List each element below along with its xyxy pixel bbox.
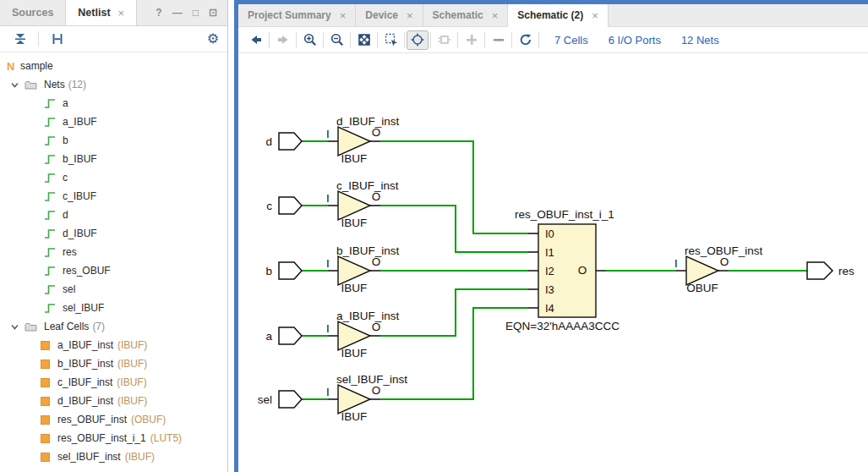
tab-sources[interactable]: Sources — [0, 0, 66, 25]
buffer-d_IBUF_inst[interactable] — [338, 127, 370, 156]
tab-schematic-2-[interactable]: Schematic (2)× — [508, 4, 609, 27]
tree-item-net[interactable]: sel — [0, 280, 227, 299]
cell-type-label: (IBUF) — [117, 395, 147, 407]
io-ports-count-link[interactable]: 6 I/O Ports — [609, 34, 661, 47]
tab-project-summary[interactable]: Project Summary× — [238, 4, 356, 26]
net-icon — [44, 97, 56, 109]
net-icon — [44, 209, 56, 221]
chevron-down-icon[interactable] — [10, 322, 19, 332]
toolbar-separator — [350, 32, 351, 48]
input-port-d[interactable] — [279, 133, 302, 150]
tab-schematic[interactable]: Schematic× — [423, 4, 509, 26]
tree-item-net[interactable]: b — [0, 131, 227, 150]
tree-item-cell[interactable]: sel_IBUF_inst(IBUF) — [0, 447, 227, 466]
tree-item-net[interactable]: c_IBUF — [0, 187, 227, 206]
close-icon[interactable]: × — [592, 9, 598, 22]
settings-gear-icon[interactable]: ⚙ — [207, 32, 219, 46]
tree-group-count: (12) — [68, 79, 86, 91]
regenerate-icon[interactable] — [514, 30, 537, 50]
close-icon[interactable]: × — [407, 9, 413, 22]
netlist-toolbar: ⚙ — [0, 26, 227, 52]
cells-count-link[interactable]: 7 Cells — [554, 34, 588, 47]
netlist-panel: Sources Netlist × ? — □ ⊡ ⚙ NsampleNets — [0, 0, 228, 472]
maximize-icon[interactable]: ⊡ — [209, 7, 217, 19]
zoom-out-icon[interactable] — [325, 30, 348, 50]
tree-item-cell[interactable]: b_IBUF_inst(IBUF) — [0, 354, 227, 373]
toolbar-separator — [484, 32, 485, 48]
tree-item-label: d_IBUF_inst — [57, 395, 113, 407]
tree-item-cell[interactable]: res_OBUF_inst(OBUF) — [0, 410, 227, 429]
forward-arrow-icon[interactable] — [271, 30, 294, 50]
lut-input-pin-label: I2 — [545, 265, 554, 277]
tree-item-net[interactable]: sel_IBUF — [0, 299, 227, 317]
autofit-selection-icon[interactable] — [407, 30, 429, 50]
add-icon[interactable] — [460, 30, 483, 50]
tree-item-cell[interactable]: a_IBUF_inst(IBUF) — [0, 336, 227, 354]
tree-item-net[interactable]: a — [0, 94, 227, 113]
net-icon — [44, 265, 56, 277]
zoom-selection-icon[interactable] — [379, 30, 402, 50]
tree-item-net[interactable]: d_IBUF — [0, 224, 227, 243]
cell-icon — [41, 453, 50, 462]
back-arrow-icon[interactable] — [244, 30, 267, 50]
tree-item-label: c_IBUF_inst — [57, 376, 112, 388]
buffer-name-label: d_IBUF_inst — [336, 115, 400, 128]
help-icon[interactable]: ? — [156, 7, 161, 19]
close-icon[interactable]: × — [118, 7, 125, 19]
remove-icon[interactable] — [487, 30, 510, 50]
buffer-output-pin-label: O — [372, 255, 381, 268]
chevron-down-icon[interactable] — [10, 80, 19, 90]
tree-item-label: a_IBUF — [63, 116, 97, 128]
net-wire — [380, 141, 528, 233]
tab-device[interactable]: Device× — [356, 4, 423, 26]
output-port-res[interactable] — [807, 262, 833, 279]
tree-item-label: sel_IBUF — [63, 302, 104, 314]
tree-item-net[interactable]: b_IBUF — [0, 150, 227, 168]
tree-item-label: res_OBUF — [63, 265, 111, 277]
port-label-b: b — [265, 265, 272, 277]
tree-item-net[interactable]: res_OBUF — [0, 261, 227, 280]
collapse-all-icon[interactable] — [8, 29, 31, 49]
scroll-to-selected-icon[interactable] — [46, 29, 68, 49]
close-icon[interactable]: × — [492, 9, 499, 22]
tree-group-label: Nets — [44, 79, 65, 91]
tree-item-label: b_IBUF — [63, 153, 97, 165]
zoom-in-icon[interactable] — [298, 30, 321, 50]
input-port-sel[interactable] — [279, 391, 302, 408]
tree-item-cell[interactable]: res_OBUF_inst_i_1(LUT5) — [0, 429, 227, 447]
tree-group-nets[interactable]: Nets(12) — [0, 75, 227, 94]
tree-item-net[interactable]: res — [0, 243, 227, 261]
cell-icon — [41, 359, 50, 369]
buffer-b_IBUF_inst[interactable] — [338, 256, 370, 285]
zoom-fit-icon[interactable] — [352, 30, 375, 50]
float-icon[interactable]: □ — [193, 7, 199, 19]
input-port-a[interactable] — [279, 327, 302, 344]
buffer-sel_IBUF_inst[interactable] — [338, 385, 370, 414]
port-label-res: res — [838, 265, 854, 277]
lut-output-pin-label: O — [578, 264, 587, 277]
tree-item-cell[interactable]: d_IBUF_inst(IBUF) — [0, 392, 227, 410]
cell-type-label: (IBUF) — [117, 376, 146, 388]
minimize-icon[interactable]: — — [172, 7, 183, 19]
tab-label: Schematic (2) — [517, 9, 583, 21]
tree-item-net[interactable]: a_IBUF — [0, 113, 227, 131]
tree-item-net[interactable]: c — [0, 168, 227, 187]
buffer-output-pin-label: O — [720, 255, 729, 268]
tree-item-net[interactable]: d — [0, 206, 227, 224]
buffer-res_OBUF_inst[interactable] — [686, 256, 718, 285]
input-port-c[interactable] — [279, 197, 302, 214]
tree-item-root[interactable]: Nsample — [0, 57, 227, 75]
buffer-c_IBUF_inst[interactable] — [338, 191, 370, 220]
buffer-a_IBUF_inst[interactable] — [338, 321, 370, 350]
lut-input-pin-label: I4 — [545, 302, 554, 315]
expand-cell-icon[interactable] — [433, 30, 456, 50]
buffer-name-label: c_IBUF_inst — [336, 179, 399, 192]
tab-netlist[interactable]: Netlist × — [66, 0, 137, 25]
tree-item-cell[interactable]: c_IBUF_inst(IBUF) — [0, 373, 227, 392]
input-port-b[interactable] — [279, 262, 302, 279]
cell-type-label: (IBUF) — [117, 339, 147, 351]
close-icon[interactable]: × — [340, 9, 347, 22]
nets-count-link[interactable]: 12 Nets — [681, 34, 719, 47]
tree-group-leaf-cells[interactable]: Leaf Cells(7) — [0, 317, 227, 336]
schematic-canvas[interactable]: dcbaselresd_IBUF_instIOIBUFc_IBUF_instIO… — [238, 53, 868, 472]
